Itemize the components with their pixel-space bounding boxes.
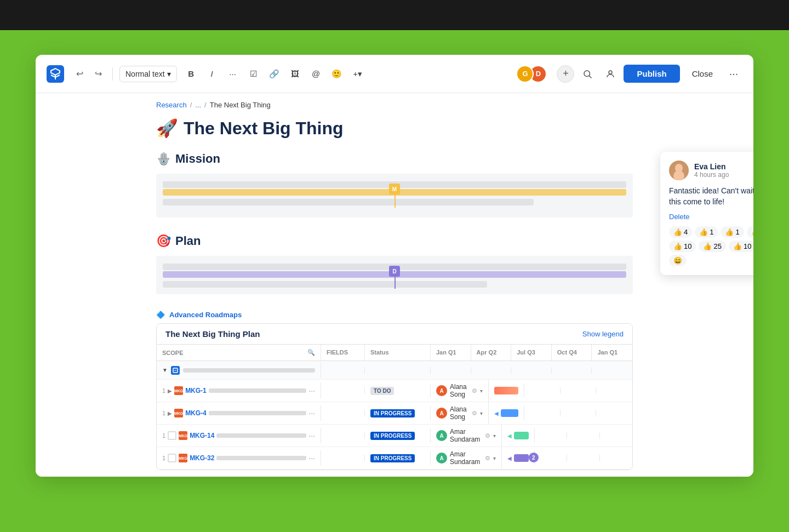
check-box-4[interactable]: [168, 454, 176, 462]
check-box-3[interactable]: [168, 431, 176, 440]
table-row: 1 ▶ MKG MKG-4 ··· IN PROGRESS: [157, 402, 632, 425]
image-button[interactable]: 🖼: [287, 65, 304, 83]
gantt-bar-4: 2: [514, 454, 528, 462]
collapse-caret[interactable]: ▼: [162, 367, 168, 373]
reaction-25[interactable]: 👍25: [699, 241, 725, 252]
row3-q3: [535, 432, 567, 439]
profile-button[interactable]: [601, 64, 620, 84]
table-row: 1 MKG MKG-14 ··· IN PROGRESS: [157, 425, 632, 447]
assignee-name-1: Alana Song: [450, 383, 467, 398]
reaction-1a[interactable]: 👍1: [695, 226, 718, 238]
row1-placeholder: [209, 388, 307, 393]
assignee-avatar-2: A: [436, 408, 447, 419]
assignee-name-2: Alana Song: [450, 405, 467, 421]
comment-time: 4 hours ago: [694, 171, 729, 179]
reaction-smile[interactable]: 😄: [669, 255, 687, 266]
text-format-dropdown[interactable]: Normal text ▾: [119, 66, 177, 82]
chevron-1[interactable]: ▾: [480, 388, 483, 394]
roadmap-plugin-label: Advanced Roadmaps: [169, 311, 242, 319]
plan-marker-line: [395, 277, 396, 289]
reaction-1b[interactable]: 👍1: [721, 226, 744, 238]
redo-button[interactable]: ↪: [90, 66, 106, 82]
parent-scope-cell: ▼: [157, 363, 321, 378]
breadcrumb-current: The Next Big Thing: [210, 101, 271, 109]
title-text: The Next Big Thing: [184, 118, 344, 139]
plan-emoji: 🎯: [156, 234, 171, 248]
content-area: Research / ... / The Next Big Thing 🚀 Th…: [36, 93, 753, 477]
svg-point-4: [609, 71, 612, 74]
q1-header: Jan Q1: [431, 345, 471, 361]
mkg-14-link[interactable]: MKG-14: [190, 432, 214, 439]
svg-rect-0: [47, 65, 64, 83]
row1-assignee: A Alana Song ⚙ ▾: [431, 380, 489, 402]
assignee-avatar-1: A: [436, 385, 447, 396]
chevron-3[interactable]: ▾: [493, 433, 496, 439]
reaction-2[interactable]: 👍2: [747, 226, 753, 238]
search-button[interactable]: [578, 64, 597, 84]
add-collaborator-button[interactable]: +: [557, 65, 574, 83]
row1-q5: [596, 387, 632, 394]
settings-icon-4[interactable]: ⚙: [485, 455, 490, 462]
commenter-avatar-img: [669, 161, 689, 180]
row1-q4: [561, 387, 597, 394]
mission-emoji: 🪬: [156, 152, 171, 166]
row4-more[interactable]: ···: [308, 454, 315, 462]
link-button[interactable]: 🔗: [266, 65, 283, 83]
row4-assignee: A Amar Sundaram ⚙ ▾: [431, 447, 502, 469]
scope-header: SCOPE 🔍: [157, 345, 321, 361]
row4-scope: 1 MKG MKG-32 ···: [157, 450, 321, 466]
row2-scope: 1 ▶ MKG MKG-4 ···: [157, 405, 321, 421]
mkg-32-link[interactable]: MKG-32: [190, 454, 214, 462]
title-emoji: 🚀: [156, 118, 178, 139]
close-button[interactable]: Close: [683, 65, 722, 83]
gantt-row-3: [163, 199, 534, 205]
parent-gantt: [431, 367, 471, 374]
mkg-4-link[interactable]: MKG-4: [185, 409, 207, 417]
row3-more[interactable]: ···: [308, 431, 315, 440]
undo-button[interactable]: ↩: [72, 66, 87, 82]
row1-more[interactable]: ···: [308, 386, 315, 395]
reaction-4[interactable]: 👍4: [669, 226, 692, 238]
mention-button[interactable]: @: [307, 65, 325, 83]
settings-icon-3[interactable]: ⚙: [485, 432, 490, 439]
insert-button[interactable]: +▾: [349, 65, 367, 83]
comment-delete-button[interactable]: Delete: [669, 213, 753, 221]
chevron-2[interactable]: ▾: [480, 410, 483, 416]
more-options-button[interactable]: ···: [725, 65, 742, 83]
mission-marker-line: [395, 195, 396, 208]
italic-button[interactable]: I: [203, 65, 221, 83]
comment-bubble: Eva Lien 4 hours ago Fantastic idea! Can…: [660, 152, 753, 275]
comment-author-info: Eva Lien 4 hours ago: [694, 162, 729, 179]
table-row: 1 MKG MKG-32 ··· IN PROGRESS: [157, 447, 632, 470]
reaction-10b[interactable]: 👍10: [729, 241, 753, 252]
checkbox-button[interactable]: ☑: [245, 65, 262, 83]
publish-button[interactable]: Publish: [624, 65, 679, 83]
row3-assignee: A Amar Sundaram ⚙ ▾: [431, 425, 502, 447]
assignee-name-3: Amar Sundaram: [450, 428, 480, 443]
show-legend-button[interactable]: Show legend: [582, 330, 624, 338]
row3-bar: ◀: [502, 428, 534, 443]
roadmap-card: The Next Big Thing Plan Show legend SCOP…: [156, 323, 633, 470]
toolbar-divider-1: [112, 67, 113, 81]
chevron-4[interactable]: ▾: [493, 455, 496, 461]
reaction-10a[interactable]: 👍10: [669, 241, 696, 252]
text-format-label: Normal text: [125, 70, 165, 78]
more-format-button[interactable]: ···: [224, 65, 242, 83]
app-logo[interactable]: [47, 65, 64, 83]
row3-q5: [600, 432, 632, 439]
settings-icon-2[interactable]: ⚙: [472, 410, 477, 417]
row1-empty: [321, 387, 365, 394]
bold-button[interactable]: B: [182, 65, 200, 83]
row2-more[interactable]: ···: [308, 409, 315, 417]
row2-q5: [596, 410, 632, 416]
q2-header: Apr Q2: [471, 345, 512, 361]
reactions-row: 👍4 👍1 👍1 👍2 👍10 👍25 👍10 👍20 😄: [669, 226, 753, 266]
assignee-avatar-3: A: [436, 430, 447, 441]
emoji-button[interactable]: 🙂: [328, 65, 346, 83]
mkg-1-link[interactable]: MKG-1: [185, 387, 207, 394]
parent-empty2: [365, 367, 431, 374]
search-icon[interactable]: 🔍: [307, 349, 315, 356]
breadcrumb-ellipsis[interactable]: ...: [195, 101, 201, 109]
settings-icon-1[interactable]: ⚙: [472, 387, 477, 394]
breadcrumb-research[interactable]: Research: [156, 101, 187, 109]
